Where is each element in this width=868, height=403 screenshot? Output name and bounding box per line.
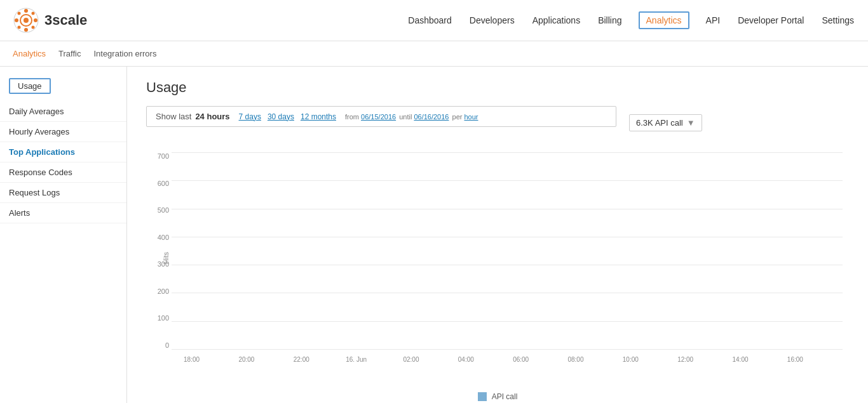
date-until[interactable]: 06/16/2016 [414, 113, 449, 121]
nav-analytics[interactable]: Analytics [639, 11, 689, 29]
y-labels: 700 600 500 400 300 200 100 0 [147, 152, 169, 349]
filter-row: Show last 24 hours 7 days 30 days 12 mon… [146, 106, 849, 140]
sidebar: Usage Daily Averages Hourly Averages Top… [0, 67, 127, 403]
x-label: 04:00 [452, 356, 480, 363]
x-label: 08:00 [562, 356, 589, 363]
y-label-600: 600 [147, 180, 169, 187]
y-label-100: 100 [147, 314, 169, 322]
chart-inner: Hits 700 600 500 400 300 200 100 0 1 [172, 152, 843, 368]
metric-label: 6.3K API call [636, 118, 683, 128]
chart-legend: API call [146, 392, 849, 401]
svg-point-3 [24, 28, 28, 32]
sidebar-item-request-logs[interactable]: Request Logs [0, 183, 126, 203]
main-nav: Dashboard Developers Applications Billin… [407, 11, 855, 29]
svg-point-8 [18, 26, 21, 29]
y-label-700: 700 [147, 152, 169, 160]
y-label-200: 200 [147, 287, 169, 295]
x-label: 16. Jun [342, 356, 370, 363]
svg-point-6 [18, 12, 21, 15]
main-layout: Usage Daily Averages Hourly Averages Top… [0, 67, 868, 403]
svg-point-10 [24, 18, 29, 23]
x-label: 14:00 [726, 356, 754, 363]
svg-point-7 [32, 12, 35, 15]
per-period[interactable]: hour [465, 113, 478, 121]
svg-point-9 [32, 26, 35, 29]
page-title: Usage [146, 79, 849, 96]
sub-nav-traffic[interactable]: Traffic [58, 49, 81, 58]
sidebar-item-response-codes[interactable]: Response Codes [0, 162, 126, 183]
metric-arrow: ▼ [687, 118, 695, 128]
x-label: 06:00 [507, 356, 534, 363]
nav-developer-portal[interactable]: Developer Portal [736, 13, 805, 28]
svg-point-2 [24, 9, 28, 13]
legend-label: API call [492, 392, 518, 401]
svg-point-5 [34, 18, 37, 22]
date-from[interactable]: 06/15/2016 [361, 113, 396, 121]
main-content: Usage Show last 24 hours 7 days 30 days … [127, 67, 868, 403]
x-label: 02:00 [397, 356, 424, 363]
legend-color [478, 392, 487, 401]
current-period: 24 hours [195, 112, 229, 121]
sidebar-item-top-applications[interactable]: Top Applications [0, 142, 126, 162]
sub-nav: Analytics Traffic Integration errors [0, 41, 868, 67]
nav-settings[interactable]: Settings [820, 13, 855, 28]
nav-billing[interactable]: Billing [597, 13, 623, 28]
bars-area [172, 152, 843, 349]
metric-selector[interactable]: 6.3K API call ▼ [629, 114, 702, 131]
nav-api[interactable]: API [705, 13, 722, 28]
x-label: 10:00 [617, 356, 644, 363]
x-label: 22:00 [288, 356, 315, 363]
filter-bar: Show last 24 hours 7 days 30 days 12 mon… [146, 106, 616, 127]
svg-point-4 [15, 18, 18, 22]
nav-developers[interactable]: Developers [468, 13, 516, 28]
show-label: Show last [156, 112, 191, 121]
x-label: 18:00 [178, 356, 205, 363]
x-label: 12:00 [672, 356, 699, 363]
sidebar-item-daily-averages[interactable]: Daily Averages [0, 102, 126, 122]
filter-7days[interactable]: 7 days [239, 112, 261, 121]
date-range: from 06/15/2016 until 06/16/2016 per hou… [345, 113, 480, 121]
chart-container: Hits 700 600 500 400 300 200 100 0 1 [146, 152, 849, 387]
usage-button[interactable]: Usage [9, 78, 51, 94]
sub-nav-analytics[interactable]: Analytics [13, 49, 46, 58]
logo-icon [13, 7, 39, 34]
nav-dashboard[interactable]: Dashboard [407, 13, 453, 28]
filter-12months[interactable]: 12 months [301, 112, 336, 121]
nav-applications[interactable]: Applications [531, 13, 582, 28]
y-label-500: 500 [147, 206, 169, 214]
sidebar-item-alerts[interactable]: Alerts [0, 203, 126, 223]
filter-30days[interactable]: 30 days [268, 112, 294, 121]
sub-nav-integration-errors[interactable]: Integration errors [93, 49, 156, 58]
sidebar-item-hourly-averages[interactable]: Hourly Averages [0, 122, 126, 142]
y-label-400: 400 [147, 234, 169, 241]
logo-text: 3scale [44, 12, 87, 29]
y-label-300: 300 [147, 260, 169, 268]
x-label: 20:00 [233, 356, 260, 363]
x-label: 16:00 [782, 356, 809, 363]
y-label-0: 0 [147, 341, 169, 349]
logo-area: 3scale [13, 7, 87, 34]
top-nav: 3scale Dashboard Developers Applications… [0, 0, 868, 41]
x-labels: 18:0020:0022:0016. Jun02:0004:0006:0008:… [172, 350, 843, 368]
